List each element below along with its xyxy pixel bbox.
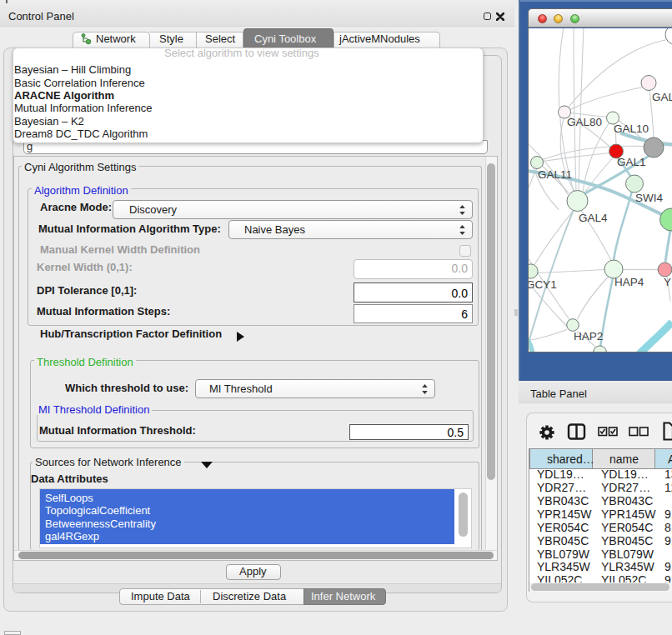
svg-text:GAL4: GAL4	[579, 211, 608, 223]
svg-text:HAP2: HAP2	[574, 329, 603, 342]
svg-text:GAL: GAL	[652, 90, 672, 102]
svg-text:GCY1: GCY1	[529, 278, 557, 290]
svg-text:Y: Y	[664, 275, 671, 288]
svg-text:SWI4: SWI4	[635, 191, 663, 203]
svg-text:GAL1: GAL1	[617, 155, 646, 168]
svg-text:GAL80: GAL80	[567, 115, 602, 128]
svg-text:GAL11: GAL11	[538, 168, 572, 180]
svg-text:GAL10: GAL10	[614, 122, 649, 134]
svg-text:HAP4: HAP4	[614, 275, 644, 288]
